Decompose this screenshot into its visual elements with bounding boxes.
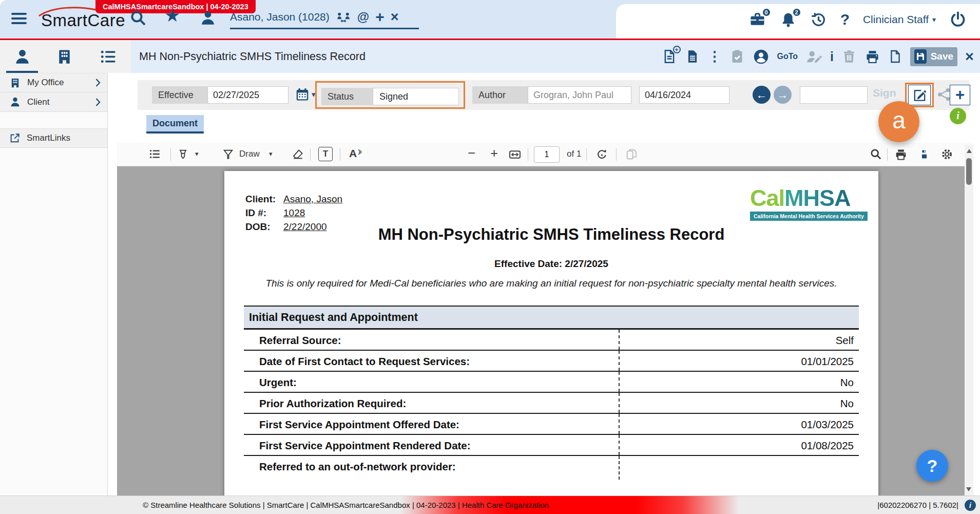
client-profile-button[interactable] xyxy=(753,48,770,65)
author-input[interactable]: Grogran, John Paul xyxy=(528,86,631,104)
hamburger-menu-icon[interactable] xyxy=(11,13,27,25)
id-label: ID #: xyxy=(245,207,283,219)
document-blank-icon xyxy=(888,49,902,64)
sidebar-item-my-office[interactable]: My Office xyxy=(0,73,107,92)
delete-button[interactable] xyxy=(841,49,857,64)
floating-help-button[interactable]: ? xyxy=(916,450,948,482)
read-aloud-icon: A xyxy=(349,147,357,160)
tab-client-view[interactable] xyxy=(13,48,31,66)
user-menu[interactable]: Clinician Staff ▾ xyxy=(863,13,936,26)
status-label: Status xyxy=(321,88,373,105)
toolbar-separator xyxy=(586,148,587,161)
tab-list-view[interactable] xyxy=(100,48,118,66)
sidebar-item-client[interactable]: Client xyxy=(0,92,107,112)
info-bubble[interactable]: i xyxy=(950,108,966,124)
find-in-document-button[interactable] xyxy=(870,148,882,160)
row-value: No xyxy=(840,393,854,414)
chevron-down-icon: ▾ xyxy=(195,150,199,158)
sidebar-item-label: My Office xyxy=(27,78,64,88)
assign-author-button[interactable] xyxy=(805,49,822,65)
zoom-in-button[interactable]: + xyxy=(490,145,498,161)
client-name: Asano, Jason (1028) xyxy=(230,11,330,23)
print-pdf-button[interactable] xyxy=(894,148,908,161)
next-version-button[interactable]: → xyxy=(774,86,792,104)
sidebar-item-smartlinks[interactable]: SmartLinks xyxy=(0,128,107,148)
footer-copyright: © Streamline Healthcare Solutions | Smar… xyxy=(143,496,549,514)
fit-width-button[interactable] xyxy=(508,148,522,161)
scroll-down-icon[interactable] xyxy=(966,487,971,491)
client-flags-button[interactable] xyxy=(336,10,351,24)
annotation-marker-a: a xyxy=(878,101,919,142)
pdf-settings-button[interactable] xyxy=(940,148,953,161)
pdf-page: Client:Asano, Jason ID #:1028 DOB:2/22/2… xyxy=(224,171,878,496)
download-pdf-button[interactable] xyxy=(918,148,931,161)
search-button[interactable] xyxy=(129,9,147,27)
highlighter-options-button[interactable]: ▾ xyxy=(195,150,199,158)
row-value: 01/01/2025 xyxy=(801,351,854,372)
favorites-button[interactable]: ★ xyxy=(164,5,180,26)
eraser-icon xyxy=(292,148,304,161)
sign-button[interactable]: Sign xyxy=(873,87,896,99)
goto-button[interactable]: GoTo xyxy=(777,52,798,61)
information-button[interactable]: i xyxy=(830,49,834,64)
client-contact-button[interactable]: @ xyxy=(357,10,369,24)
document-button[interactable] xyxy=(685,49,700,64)
eraser-tool-button[interactable] xyxy=(292,148,304,161)
logout-button[interactable] xyxy=(949,11,967,28)
new-document-button[interactable]: + xyxy=(662,49,677,64)
edit-document-button[interactable] xyxy=(908,85,931,105)
blank-document-button[interactable] xyxy=(888,49,902,64)
text-tool-button[interactable]: T xyxy=(318,147,333,161)
open-new-client-button[interactable]: + xyxy=(375,9,385,25)
row-divider xyxy=(619,414,620,434)
previous-version-button[interactable]: ← xyxy=(753,86,771,104)
pencil-square-icon xyxy=(913,88,927,102)
print-button[interactable] xyxy=(864,49,880,65)
footer-info-button[interactable]: i xyxy=(965,500,976,511)
tab-document[interactable]: Document xyxy=(146,115,204,134)
document-filled-icon xyxy=(685,49,700,64)
alerts-count-badge: 2 xyxy=(792,8,801,17)
clipboard-check-button[interactable] xyxy=(729,49,745,64)
close-client-tab-button[interactable]: × xyxy=(391,9,399,25)
pdf-scrollbar[interactable] xyxy=(965,145,973,496)
row-label: First Service Appointment Offered Date: xyxy=(259,414,459,435)
author-date-input[interactable]: 04/16/2024 xyxy=(639,86,729,104)
thumbnail-panel-button[interactable] xyxy=(149,148,161,160)
table-row: First Service Appointment Rendered Date:… xyxy=(244,435,859,456)
scroll-up-icon[interactable] xyxy=(967,149,972,153)
rotate-page-button[interactable] xyxy=(595,148,608,161)
save-button[interactable]: Save xyxy=(910,47,957,66)
scrollbar-thumb[interactable] xyxy=(966,158,972,185)
draw-options-button[interactable]: ▾ xyxy=(269,150,273,158)
open-client-tab[interactable]: Asano, Jason (1028) @ + × xyxy=(230,6,419,29)
table-row: Date of First Contact to Request Service… xyxy=(244,351,859,372)
effective-date-input[interactable]: 02/27/2025 xyxy=(207,86,289,104)
read-aloud-button[interactable]: A xyxy=(349,147,363,160)
page-view-button[interactable] xyxy=(625,148,638,161)
notifications-button[interactable]: 2 xyxy=(780,11,797,28)
plus-badge-icon: + xyxy=(673,46,681,53)
draw-tool-button[interactable] xyxy=(222,148,235,161)
sidebar-tab-strip xyxy=(0,40,131,73)
close-page-button[interactable]: × xyxy=(965,49,974,64)
pdf-toolbar: ▾ Draw ▾ T A − + 1 of 1 xyxy=(117,143,973,166)
new-version-button[interactable]: + xyxy=(950,85,970,105)
help-button[interactable]: ? xyxy=(840,11,850,28)
more-options-button[interactable]: ⋮ xyxy=(708,49,722,64)
calendar-picker-button[interactable]: ▾ xyxy=(295,87,316,102)
zoom-out-button[interactable]: − xyxy=(468,145,475,161)
status-value-input[interactable]: Signed xyxy=(373,88,459,105)
page-number-input[interactable]: 1 xyxy=(534,146,560,163)
floppy-icon xyxy=(914,49,927,64)
history-button[interactable] xyxy=(810,11,827,28)
row-value: 01/08/2025 xyxy=(801,435,854,456)
chevron-down-icon: ▾ xyxy=(932,15,936,24)
version-input[interactable] xyxy=(800,86,868,104)
tab-office-view[interactable] xyxy=(55,48,73,66)
inbox-button[interactable]: 0 xyxy=(748,11,766,28)
person-edit-icon xyxy=(805,49,822,65)
client-search-button[interactable] xyxy=(199,9,217,27)
highlighter-tool-button[interactable] xyxy=(177,148,189,161)
footer-version: |60202206270 | 5.7602| xyxy=(877,496,958,514)
